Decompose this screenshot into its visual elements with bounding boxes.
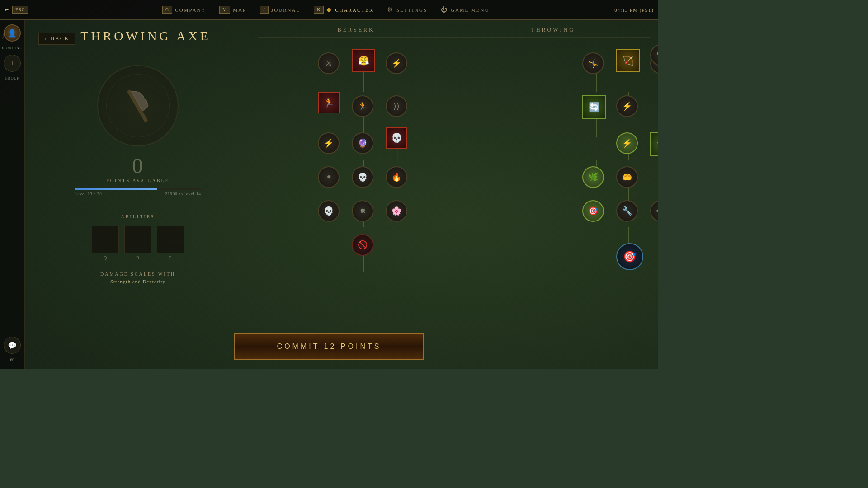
throwing-node-3-3[interactable]: 🔨: [650, 132, 658, 156]
berserk-node-1-1[interactable]: ⚔: [318, 52, 340, 74]
throwing-node-2-2[interactable]: ⚡: [616, 95, 638, 117]
nav-company[interactable]: G COMPANY: [162, 6, 206, 14]
chat-button[interactable]: 💬: [4, 337, 21, 354]
settings-gear-icon: ⚙: [387, 6, 394, 14]
throwing-node-2-1[interactable]: 🔄: [582, 95, 606, 119]
throwing-active-gold-node: 🏹: [616, 49, 640, 72]
berserk-node-5-3[interactable]: 🌸: [386, 200, 407, 222]
berserk-node-5-2[interactable]: ✸: [352, 200, 373, 222]
weapon-axe-icon: [111, 79, 165, 133]
throwing-node-5-2-circle: 🔧: [616, 200, 638, 222]
nav-map[interactable]: M MAP: [219, 6, 246, 14]
xp-bar-background: [75, 188, 201, 190]
skill-tree-area: BERSERK THROWING: [251, 20, 658, 369]
berserk-node-4-1[interactable]: ✦: [318, 166, 340, 188]
berserk-node-4-1-circle: ✦: [318, 166, 340, 188]
nav-character[interactable]: K ◆ CHARACTER: [314, 6, 373, 14]
berserk-node-2-1[interactable]: 🏃: [318, 92, 340, 113]
ability-slot-f: F: [157, 226, 184, 260]
ability-key-r: R: [136, 255, 140, 260]
esc-button[interactable]: ⬅ ESC: [5, 6, 28, 14]
add-group-button[interactable]: +: [4, 55, 21, 72]
throwing-node-3-2[interactable]: ⚡: [616, 132, 638, 154]
throwing-node-4-3[interactable]: 🛡: [650, 44, 658, 66]
throwing-shield-node: 🛡: [650, 44, 658, 66]
throwing-node-4-2-circle: 🤲: [616, 166, 638, 188]
abilities-section: ABILITIES Q R F: [38, 214, 237, 260]
berserk-node-1-2[interactable]: 😤: [352, 49, 375, 72]
weapon-icon-circle: [93, 61, 183, 151]
back-button[interactable]: ‹ BACK: [38, 33, 75, 45]
top-navigation: G COMPANY M MAP J JOURNAL K ◆ CHARACTER …: [37, 6, 614, 14]
back-chevron-icon: ‹: [44, 35, 47, 42]
throwing-node-4-2[interactable]: 🤲: [616, 166, 638, 188]
ability-box-q[interactable]: [92, 226, 119, 253]
character-label: CHARACTER: [335, 7, 373, 13]
ability-slot-r: R: [124, 226, 151, 260]
damage-scales-title: DAMAGE SCALES WITH: [38, 272, 237, 277]
ability-box-r[interactable]: [124, 226, 151, 253]
berserk-node-2-2[interactable]: 🏃: [352, 95, 373, 117]
throwing-node-1-1[interactable]: 🤸: [582, 52, 604, 74]
ability-slot-q: Q: [92, 226, 119, 260]
berserk-node-1-3[interactable]: ⚡: [386, 52, 407, 74]
journal-label: JOURNAL: [271, 7, 300, 13]
berserk-node-3-3[interactable]: 💀: [386, 127, 407, 149]
berserk-node-4-2[interactable]: 💀: [352, 166, 373, 188]
throwing-node-5-2[interactable]: 🔧: [616, 200, 638, 222]
power-icon: ⏻: [441, 6, 448, 14]
company-label: COMPANY: [175, 7, 206, 13]
throwing-node-5-1[interactable]: 🎯: [582, 200, 604, 222]
esc-key-badge: ESC: [12, 6, 28, 14]
esc-section: ⬅ ESC: [5, 6, 28, 14]
character-left-panel: ‹ BACK THROWING AXE: [25, 20, 251, 369]
throwing-active-circle-5-1: 🎯: [582, 200, 604, 222]
settings-label: SETTINGS: [396, 7, 427, 13]
left-sidebar: 👤 0 ONLINE + GROUP 💬 60: [0, 20, 25, 369]
topbar: ⬅ ESC G COMPANY M MAP J JOURNAL K ◆ CHAR…: [0, 0, 658, 20]
berserk-node-circle-2: ⚡: [386, 52, 407, 74]
nav-settings[interactable]: ⚙ SETTINGS: [387, 6, 427, 14]
berserk-node-3-1[interactable]: ⚡: [318, 132, 340, 154]
points-label: POINTS AVAILABLE: [106, 178, 170, 183]
berserk-node-5-1[interactable]: 💀: [318, 200, 340, 222]
berserk-node-4-3-circle: 🔥: [386, 166, 407, 188]
online-count: 60: [10, 357, 14, 362]
abilities-slots: Q R F: [38, 226, 237, 260]
throwing-column-header: THROWING: [455, 27, 652, 38]
berserk-node-3-2-circle: 🔮: [352, 132, 373, 154]
berserk-node-4-3[interactable]: 🔥: [386, 166, 407, 188]
berserk-node-3-2[interactable]: 🔮: [352, 132, 373, 154]
throwing-node-5-3[interactable]: ➕: [650, 200, 658, 222]
berserk-node-6-center[interactable]: 🚫: [352, 234, 373, 256]
berserk-node-5-3-circle: 🌸: [386, 200, 407, 222]
throwing-node-1-2[interactable]: 🏹: [616, 49, 640, 72]
berserk-blocked-node: 🚫: [352, 234, 373, 256]
map-key: M: [219, 6, 230, 14]
throwing-active-node-2-1: 🔄: [582, 95, 606, 119]
throwing-node-4-1[interactable]: 🌿: [582, 166, 604, 188]
berserk-node-5-2-circle: ✸: [352, 200, 373, 222]
berserk-node-circle: ⚔: [318, 52, 340, 74]
abilities-title: ABILITIES: [38, 214, 237, 219]
target-circle: 🎯: [616, 243, 643, 270]
berserk-node-2-3[interactable]: ⟩⟩: [386, 95, 407, 117]
xp-labels: Level 13 / 20 21900 to level 14: [75, 192, 201, 196]
points-number: 0: [106, 153, 170, 178]
nav-game-menu[interactable]: ⏻ GAME MENU: [441, 6, 490, 14]
company-key: G: [162, 6, 172, 14]
character-diamond-icon: ◆: [326, 6, 332, 14]
damage-scales-value: Strength and Dexterity: [38, 279, 237, 284]
berserk-node-5-1-circle: 💀: [318, 200, 340, 222]
berserk-node-4-2-circle: 💀: [352, 166, 373, 188]
journal-key: J: [260, 6, 269, 14]
throwing-active-circle-4-1: 🌿: [582, 166, 604, 188]
commit-points-button[interactable]: COMMIT 12 POINTS: [234, 333, 424, 360]
berserk-active-node: 😤: [352, 49, 375, 72]
weapon-title: THROWING AXE: [80, 29, 210, 43]
skill-tree-lines: [258, 44, 651, 352]
avatar: 👤: [4, 24, 21, 42]
ability-box-f[interactable]: [157, 226, 184, 253]
nav-journal[interactable]: J JOURNAL: [260, 6, 300, 14]
throwing-ultimate-node[interactable]: 🎯: [616, 243, 643, 270]
